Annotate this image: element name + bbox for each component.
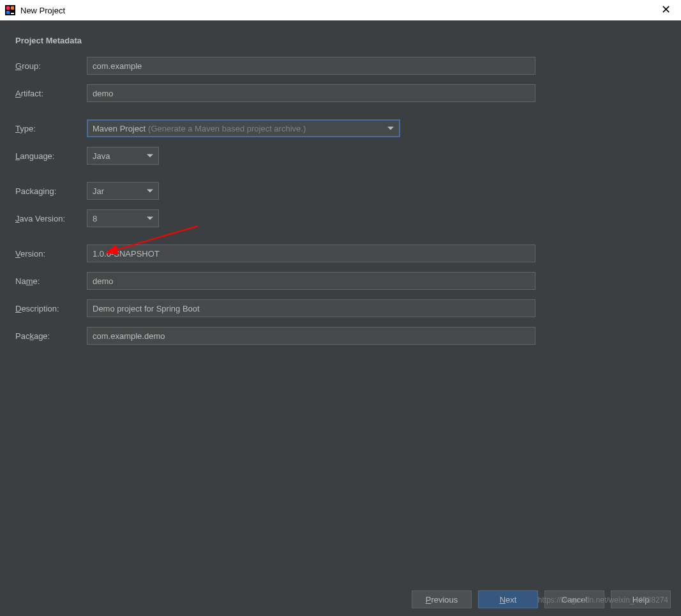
package-input[interactable] xyxy=(87,327,535,345)
row-package: Package: xyxy=(15,327,666,345)
previous-button[interactable]: Previous xyxy=(412,590,472,608)
window-title: New Project xyxy=(20,6,65,15)
titlebar: New Project ✕ xyxy=(0,0,681,20)
section-title: Project Metadata xyxy=(15,36,666,45)
chevron-down-icon xyxy=(387,127,394,130)
dialog-content: Project Metadata Group: Artifact: Type: … xyxy=(0,20,681,345)
chevron-down-icon xyxy=(147,217,153,220)
dialog-footer: Previous Next Cancel Help xyxy=(0,583,681,616)
type-value: Maven Project xyxy=(93,124,146,133)
label-packaging: Packaging: xyxy=(15,186,87,196)
description-input[interactable] xyxy=(87,299,535,317)
close-icon[interactable]: ✕ xyxy=(657,3,675,17)
label-artifact: Artifact: xyxy=(15,89,87,98)
artifact-input[interactable] xyxy=(87,84,535,102)
packaging-dropdown[interactable]: Jar xyxy=(87,182,159,200)
next-button[interactable]: Next xyxy=(478,590,538,608)
svg-rect-2 xyxy=(11,6,14,10)
chevron-down-icon xyxy=(147,190,153,193)
label-version: Version: xyxy=(15,249,87,259)
svg-rect-4 xyxy=(11,13,14,14)
row-packaging: Packaging: Jar xyxy=(15,182,666,200)
chevron-down-icon xyxy=(147,154,153,158)
row-description: Description: xyxy=(15,299,666,317)
label-group: Group: xyxy=(15,61,87,71)
label-description: Description: xyxy=(15,304,87,313)
help-button[interactable]: Help xyxy=(611,590,671,608)
label-name: Name: xyxy=(15,276,87,286)
row-java-version: Java Version: 8 xyxy=(15,209,666,227)
label-type: Type: xyxy=(15,124,87,133)
row-version: Version: xyxy=(15,244,666,262)
row-artifact: Artifact: xyxy=(15,84,666,102)
label-java-version: Java Version: xyxy=(15,214,87,223)
row-language: Language: Java xyxy=(15,147,666,165)
java-version-dropdown[interactable]: 8 xyxy=(87,209,159,227)
name-input[interactable] xyxy=(87,272,535,290)
version-input[interactable] xyxy=(87,244,535,262)
type-dropdown[interactable]: Maven Project (Generate a Maven based pr… xyxy=(87,119,400,137)
label-language: Language: xyxy=(15,151,87,161)
row-name: Name: xyxy=(15,272,666,290)
row-type: Type: Maven Project (Generate a Maven ba… xyxy=(15,119,666,137)
cancel-button[interactable]: Cancel xyxy=(544,590,604,608)
group-input[interactable] xyxy=(87,57,535,75)
type-hint: (Generate a Maven based project archive.… xyxy=(148,124,306,133)
svg-rect-1 xyxy=(6,6,10,10)
svg-rect-3 xyxy=(6,11,10,14)
intellij-icon xyxy=(5,5,15,15)
label-package: Package: xyxy=(15,331,87,341)
language-dropdown[interactable]: Java xyxy=(87,147,159,165)
row-group: Group: xyxy=(15,57,666,75)
